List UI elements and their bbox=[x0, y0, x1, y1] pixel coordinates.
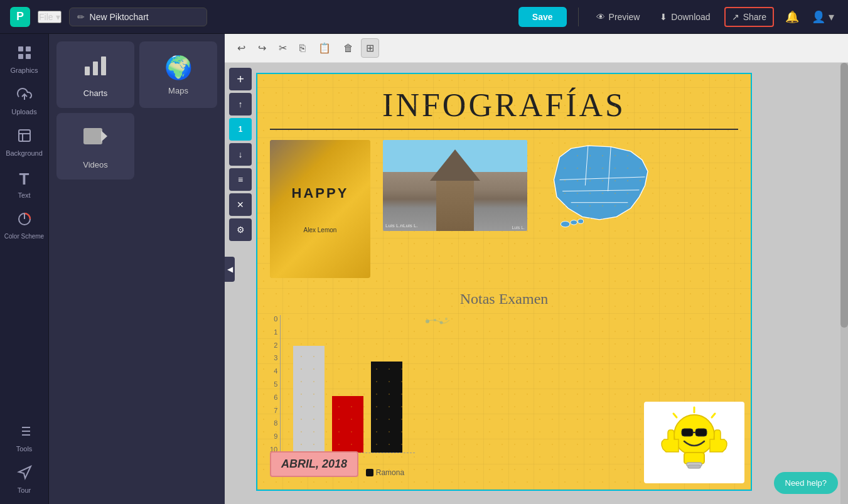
resize-button[interactable]: ⊞ bbox=[361, 38, 379, 58]
left-sidebar: Graphics Uploads Background T bbox=[0, 34, 49, 504]
book-title: HAPPY bbox=[292, 185, 349, 201]
side-panel: Charts 🌍 Maps Videos ◀ bbox=[49, 34, 225, 504]
sidebar-item-graphics[interactable]: Graphics bbox=[2, 39, 47, 79]
app-logo: P bbox=[10, 7, 30, 27]
page-number-indicator: 1 bbox=[229, 118, 252, 141]
svg-rect-1 bbox=[26, 46, 31, 51]
add-page-button[interactable]: + bbox=[229, 68, 252, 90]
videos-icon bbox=[82, 123, 109, 155]
download-label: Download bbox=[671, 12, 710, 22]
logo-text: P bbox=[16, 10, 24, 23]
graphics-icon bbox=[17, 45, 32, 64]
svg-point-23 bbox=[561, 222, 570, 227]
bar-ramona bbox=[371, 362, 402, 453]
svg-point-25 bbox=[578, 219, 584, 223]
copy-button[interactable]: ⎘ bbox=[294, 39, 311, 58]
book-image[interactable]: HAPPY Alex Lemon bbox=[270, 140, 370, 278]
move-up-button[interactable]: ↑ bbox=[229, 93, 252, 115]
charts-icon bbox=[82, 51, 109, 83]
canvas-content: INFOGRAFÍAS HAPPY Alex Lemon bbox=[256, 73, 758, 504]
spain-map-image[interactable] bbox=[540, 140, 659, 231]
preview-button[interactable]: 👁 Preview bbox=[590, 8, 647, 26]
editor-toolbar: ↩ ↪ ✂ ⎘ 📋 🗑 ⊞ bbox=[225, 34, 848, 63]
download-button[interactable]: ⬇ Download bbox=[653, 8, 716, 26]
chart-title: Notas Examen bbox=[270, 291, 738, 308]
delete-page-button[interactable]: ✕ bbox=[229, 193, 252, 216]
sidebar-text-label: Text bbox=[18, 191, 30, 199]
undo-button[interactable]: ↩ bbox=[232, 38, 250, 58]
bar-jose bbox=[293, 346, 325, 453]
chart-y-axis: 10 9 8 7 6 5 4 3 2 1 0 bbox=[270, 315, 280, 453]
book-author: Alex Lemon bbox=[292, 227, 349, 233]
file-label: File bbox=[39, 12, 53, 22]
legend-ramona-dot bbox=[366, 469, 373, 476]
sidebar-item-text[interactable]: T Text bbox=[2, 163, 47, 204]
file-arrow-icon: ▾ bbox=[56, 12, 60, 22]
move-down-button[interactable]: ↓ bbox=[229, 143, 252, 166]
sidebar-tour-label: Tour bbox=[18, 486, 31, 494]
sidebar-item-background[interactable]: Background bbox=[2, 122, 47, 162]
scrollbar-thumb[interactable] bbox=[840, 63, 848, 328]
svg-rect-0 bbox=[18, 46, 23, 51]
paste-button[interactable]: 📋 bbox=[313, 38, 336, 58]
topbar: P File ▾ ✏ New Piktochart Save 👁 Preview… bbox=[0, 0, 848, 34]
svg-rect-5 bbox=[19, 130, 30, 141]
svg-rect-13 bbox=[85, 67, 90, 75]
sidebar-item-color-scheme[interactable]: Color Scheme bbox=[2, 205, 47, 245]
redo-button[interactable]: ↪ bbox=[253, 38, 271, 58]
maps-icon: 🌍 bbox=[164, 55, 193, 81]
topbar-divider bbox=[578, 8, 579, 26]
text-icon: T bbox=[19, 169, 30, 189]
svg-point-30 bbox=[674, 415, 714, 455]
sidebar-background-label: Background bbox=[6, 149, 43, 157]
svg-rect-39 bbox=[682, 429, 693, 436]
topbar-icons: 🔔 👤 ▾ bbox=[781, 8, 838, 26]
svg-rect-3 bbox=[26, 54, 31, 59]
document-title-text: New Piktochart bbox=[90, 12, 149, 22]
share-button[interactable]: ↗ Share bbox=[724, 7, 774, 27]
file-menu-button[interactable]: File ▾ bbox=[38, 11, 62, 23]
panel-grid: Charts 🌍 Maps Videos bbox=[54, 39, 220, 182]
tools-icon bbox=[17, 424, 32, 442]
document-title-field[interactable]: ✏ New Piktochart bbox=[69, 8, 207, 26]
share-label: Share bbox=[743, 12, 766, 22]
save-button[interactable]: Save bbox=[518, 7, 567, 27]
sidebar-item-tour[interactable]: Tour bbox=[2, 459, 47, 499]
svg-rect-2 bbox=[18, 54, 23, 59]
share-icon: ↗ bbox=[732, 12, 739, 22]
panel-card-videos[interactable]: Videos bbox=[56, 113, 134, 180]
canvas-wrapper[interactable]: + ↑ 1 ↓ ≡ ✕ ⚙ INFOGRAFÍAS bbox=[225, 63, 848, 504]
edit-icon: ✏ bbox=[77, 12, 85, 22]
sidebar-item-uploads[interactable]: Uploads bbox=[2, 80, 47, 121]
need-help-button[interactable]: Need help? bbox=[774, 472, 839, 494]
panel-card-maps[interactable]: 🌍 Maps bbox=[139, 41, 217, 108]
tour-icon bbox=[17, 465, 32, 484]
scrollbar-track[interactable] bbox=[840, 63, 848, 504]
cut-button[interactable]: ✂ bbox=[274, 38, 292, 58]
align-button[interactable]: ≡ bbox=[229, 168, 252, 191]
chart-decoration bbox=[421, 315, 453, 343]
cathedral-image[interactable]: Luis L. bbox=[383, 140, 527, 231]
delete-button[interactable]: 🗑 bbox=[338, 39, 358, 58]
svg-rect-33 bbox=[688, 465, 700, 468]
svg-rect-14 bbox=[93, 62, 98, 75]
infographic-top-row: HAPPY Alex Lemon Luis L. bbox=[270, 140, 738, 278]
page-settings-button[interactable]: ⚙ bbox=[229, 218, 252, 241]
panel-videos-label: Videos bbox=[83, 160, 108, 169]
panel-charts-label: Charts bbox=[83, 88, 107, 98]
background-icon bbox=[17, 128, 32, 147]
smiley-lightbulb-image[interactable] bbox=[644, 402, 744, 483]
bar-sheila bbox=[332, 396, 363, 453]
infographic-canvas[interactable]: INFOGRAFÍAS HAPPY Alex Lemon bbox=[256, 73, 752, 491]
panel-card-charts[interactable]: Charts bbox=[56, 41, 134, 108]
panel-maps-label: Maps bbox=[168, 86, 188, 95]
bar-sheila-fill bbox=[332, 396, 363, 453]
preview-icon: 👁 bbox=[596, 12, 605, 22]
user-menu-button[interactable]: 👤 ▾ bbox=[808, 8, 838, 26]
panel-collapse-button[interactable]: ◀ bbox=[225, 257, 235, 282]
date-stamp[interactable]: ABRIL, 2018 bbox=[270, 451, 358, 477]
svg-line-36 bbox=[674, 414, 677, 417]
sidebar-item-tools[interactable]: Tools bbox=[2, 417, 47, 458]
notification-button[interactable]: 🔔 bbox=[781, 8, 803, 26]
svg-rect-15 bbox=[101, 56, 106, 75]
